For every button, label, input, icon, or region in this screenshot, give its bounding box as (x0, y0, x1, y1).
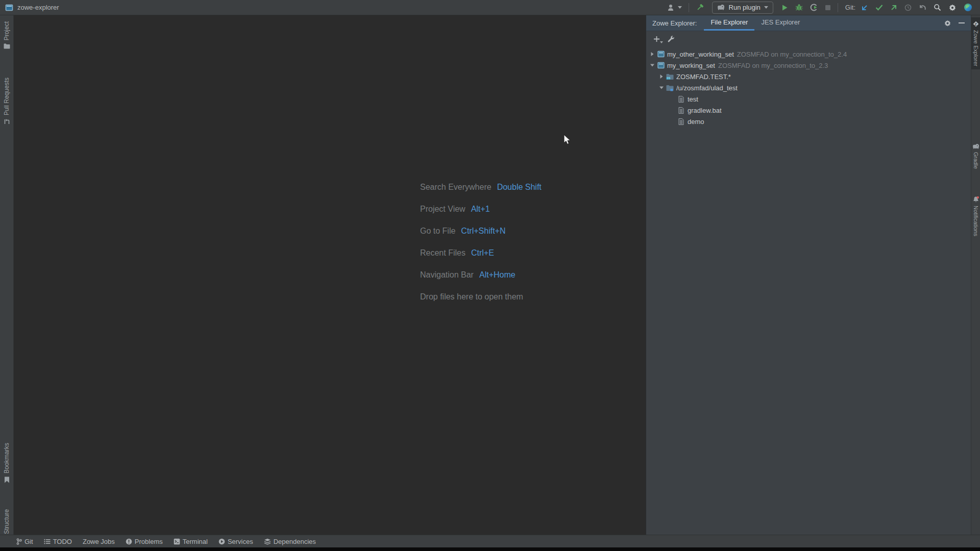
dataset-folder-icon: DS (666, 73, 674, 80)
tree-row-uss-directory[interactable]: /u/zosmfad/ulad_test (646, 82, 971, 93)
todo-list-icon (44, 539, 51, 544)
debug-button[interactable] (792, 2, 806, 14)
settings-gear-button[interactable] (945, 2, 960, 14)
git-label: Git: (845, 4, 855, 11)
stripe-item-notifications[interactable]: Notifications (971, 193, 980, 239)
tree-row-dataset-mask[interactable]: DS ZOSMFAD.TEST.* (646, 71, 971, 82)
statusbar-item-git[interactable]: Git (16, 538, 33, 545)
statusbar-item-terminal[interactable]: Terminal (174, 538, 208, 545)
tree-row-file[interactable]: gradlew.bat (646, 105, 971, 116)
zowe-diamond-icon: Z (972, 20, 979, 28)
shortcut-label: Navigation Bar (420, 270, 474, 280)
sidebar-item-bookmarks[interactable]: Bookmarks (0, 443, 13, 483)
stripe-item-zowe-explorer[interactable]: Z Zowe Explorer (971, 17, 980, 69)
pull-requests-stripe-label: Pull Requests (3, 78, 10, 115)
shortcut-row: Navigation Bar Alt+Home (420, 264, 542, 286)
chevron-down-icon[interactable] (648, 63, 656, 67)
statusbar-item-services[interactable]: Services (218, 538, 253, 545)
tree-item-name: demo (688, 118, 704, 126)
statusbar-label: Problems (135, 538, 163, 545)
panel-settings-gear-icon[interactable] (944, 19, 951, 27)
git-push-button[interactable] (887, 2, 901, 14)
tree-row-working-set[interactable]: my_working_set ZOSMFAD on my_connection_… (646, 60, 971, 71)
shortcut-keys: Ctrl+E (471, 248, 494, 258)
tree-item-name: test (688, 95, 698, 103)
code-with-me-sphere-icon[interactable] (960, 2, 976, 14)
toolbar-separator (838, 3, 838, 12)
add-profile-plus-button[interactable] (653, 36, 660, 42)
search-everywhere-button[interactable] (930, 2, 945, 14)
profile-user-button[interactable] (664, 2, 685, 14)
gradle-stripe-label: Gradle (973, 152, 979, 169)
stripe-item-gradle[interactable]: Gradle (971, 140, 980, 172)
dependencies-layers-icon (264, 538, 271, 545)
notification-bell-icon (972, 196, 979, 203)
shortcut-row: Project View Alt+1 (420, 198, 542, 220)
hide-panel-minus-icon[interactable] (959, 22, 965, 24)
sidebar-item-pull-requests[interactable]: Pull Requests (0, 78, 13, 125)
statusbar-label: Git (24, 538, 33, 545)
left-tool-stripe: Project Pull Requests Bookmarks Structur… (0, 15, 14, 535)
uss-folder-icon (666, 85, 674, 91)
git-update-button[interactable] (857, 2, 872, 14)
shortcut-label: Recent Files (420, 248, 465, 258)
statusbar-item-zowe-jobs[interactable]: Zowe Jobs (83, 538, 115, 545)
shortcut-row: Go to File Ctrl+Shift+N (420, 220, 542, 242)
statusbar-label: Services (228, 538, 253, 545)
tree-item-info: ZOSMFAD on my_connection_to_2.4 (737, 51, 847, 58)
bookmarks-stripe-label: Bookmarks (3, 443, 10, 473)
tab-jes-explorer[interactable]: JES Explorer (754, 15, 806, 31)
toolbar-separator (689, 3, 689, 12)
file-icon (677, 96, 685, 103)
tree-item-name: my_other_working_set (667, 51, 734, 58)
statusbar-item-todo[interactable]: TODO (44, 538, 72, 545)
tree-row-file[interactable]: demo (646, 116, 971, 127)
editor-empty-area[interactable] (14, 15, 646, 535)
tree-item-name: ZOSMFAD.TEST.* (676, 73, 731, 81)
shortcut-keys: Ctrl+Shift+N (461, 227, 505, 236)
svg-text:Z: Z (975, 22, 977, 26)
editor-shortcut-hints: Search Everywhere Double Shift Project V… (420, 176, 542, 308)
app-window-icon (5, 4, 13, 12)
explorer-toolbar (646, 31, 971, 46)
file-explorer-tree: my_other_working_set ZOSMFAD on my_conne… (646, 46, 971, 127)
rollback-button[interactable] (915, 2, 930, 14)
shortcut-keys: Double Shift (497, 183, 542, 192)
tree-row-file[interactable]: test (646, 93, 971, 105)
structure-stripe-label: Structure (3, 509, 10, 534)
gradle-elephant-icon (972, 143, 980, 149)
tree-item-name: /u/zosmfad/ulad_test (676, 84, 738, 92)
chevron-down-icon[interactable] (657, 86, 666, 90)
profiler-button[interactable] (806, 2, 821, 14)
run-configuration-select[interactable]: Run plugin (712, 2, 773, 14)
ide-window: zowe-explorer (0, 0, 980, 551)
working-set-icon (656, 62, 665, 69)
svg-text:DS: DS (667, 77, 670, 80)
tree-item-info: ZOSMFAD on my_connection_to_2.3 (718, 62, 828, 69)
run-config-label: Run plugin (729, 4, 761, 11)
shortcut-row: Search Everywhere Double Shift (420, 176, 542, 198)
zowe-explorer-tool-window: Zowe Explorer: File Explorer JES Explore… (646, 15, 971, 535)
tab-label: JES Explorer (761, 18, 800, 26)
statusbar-item-dependencies[interactable]: Dependencies (264, 538, 316, 545)
tab-label: File Explorer (710, 18, 748, 26)
chevron-right-icon[interactable] (657, 74, 666, 79)
shortcut-label: Search Everywhere (420, 183, 492, 192)
status-bar: Git TODO Zowe Jobs (0, 535, 980, 547)
sidebar-item-project[interactable]: Project (0, 21, 13, 49)
file-icon (677, 118, 685, 125)
tree-row-working-set[interactable]: my_other_working_set ZOSMFAD on my_conne… (646, 48, 971, 60)
git-branch-icon (16, 538, 22, 545)
tab-file-explorer[interactable]: File Explorer (704, 15, 754, 31)
terminal-icon (174, 538, 180, 545)
wrench-settings-button[interactable] (667, 35, 675, 43)
chevron-right-icon[interactable] (648, 52, 656, 57)
shortcut-row: Drop files here to open them (420, 286, 542, 308)
statusbar-item-problems[interactable]: Problems (126, 538, 163, 545)
git-commit-button[interactable] (872, 2, 887, 14)
tool-window-header: Zowe Explorer: File Explorer JES Explore… (646, 15, 971, 31)
build-hammer-button[interactable] (692, 2, 708, 14)
tree-item-name: my_working_set (667, 62, 715, 69)
run-button[interactable] (777, 2, 792, 14)
chevron-down-icon (678, 6, 682, 9)
